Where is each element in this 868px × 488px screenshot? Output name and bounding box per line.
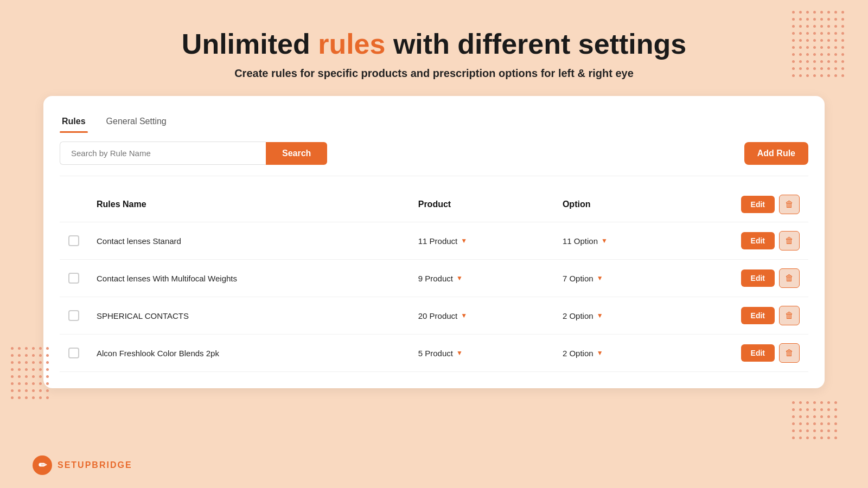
row-delete-button[interactable]: 🗑 <box>779 306 800 325</box>
row-checkbox[interactable] <box>68 273 79 284</box>
main-card: Rules General Setting Search Add Rule Ru… <box>43 96 825 388</box>
row-option: 2 Option ▼ <box>554 297 698 335</box>
row-checkbox[interactable] <box>68 348 79 358</box>
row-checkbox-cell <box>60 260 88 297</box>
option-badge: 7 Option ▼ <box>563 274 603 283</box>
table-header-row: Rules Name Product Option Edit 🗑 <box>60 187 808 222</box>
trash-icon: 🗑 <box>785 348 794 358</box>
row-checkbox-cell <box>60 297 88 335</box>
title-part2: with different settings <box>385 28 686 60</box>
option-arrow-icon[interactable]: ▼ <box>601 237 608 245</box>
row-product: 20 Product ▼ <box>410 297 554 335</box>
row-name: Contact lenses Stanard <box>88 222 410 260</box>
trash-icon: 🗑 <box>785 236 794 246</box>
row-name: Alcon Freshlook Color Blends 2pk <box>88 335 410 372</box>
row-name: Contact lenses With Multifocal Weights <box>88 260 410 297</box>
row-checkbox[interactable] <box>68 235 79 246</box>
row-edit-button[interactable]: Edit <box>741 232 775 249</box>
product-arrow-icon[interactable]: ▼ <box>461 312 467 319</box>
product-arrow-icon[interactable]: ▼ <box>456 274 463 282</box>
product-badge: 9 Product ▼ <box>418 274 463 283</box>
col-header-option: Option <box>554 187 698 222</box>
trash-icon: 🗑 <box>785 200 794 209</box>
tab-bar: Rules General Setting <box>60 112 808 131</box>
option-arrow-icon[interactable]: ▼ <box>597 349 603 357</box>
product-badge: 11 Product ▼ <box>418 236 467 246</box>
row-actions: Edit 🗑 <box>698 222 808 260</box>
row-name: SPHERICAL CONTACTS <box>88 297 410 335</box>
table-row: Alcon Freshlook Color Blends 2pk 5 Produ… <box>60 335 808 372</box>
row-checkbox[interactable] <box>68 310 79 321</box>
add-rule-button[interactable]: Add Rule <box>744 142 808 165</box>
col-header-name: Rules Name <box>88 187 410 222</box>
row-edit-button[interactable]: Edit <box>741 269 775 287</box>
col-header-actions: Edit 🗑 <box>698 187 808 222</box>
dots-decoration-top-right: // Will be rendered inline <box>792 11 857 98</box>
row-delete-button[interactable]: 🗑 <box>779 268 800 288</box>
option-arrow-icon[interactable]: ▼ <box>597 312 603 319</box>
trash-icon: 🗑 <box>785 311 794 320</box>
tab-rules[interactable]: Rules <box>60 112 88 131</box>
row-option: 11 Option ▼ <box>554 222 698 260</box>
row-actions: Edit 🗑 <box>698 297 808 335</box>
footer: ✏ SETUPBRIDGE <box>33 455 132 475</box>
product-badge: 5 Product ▼ <box>418 349 463 358</box>
product-arrow-icon[interactable]: ▼ <box>461 237 467 245</box>
search-bar-group: Search <box>60 142 327 165</box>
brand-logo: ✏ <box>33 455 52 475</box>
option-badge: 2 Option ▼ <box>563 349 603 358</box>
dots-decoration-bottom-right <box>792 401 857 455</box>
header-edit-button[interactable]: Edit <box>741 196 775 213</box>
tab-general-setting[interactable]: General Setting <box>104 112 169 131</box>
title-part1: Unlimited <box>182 28 318 60</box>
brand-name: SETUPBRIDGE <box>58 460 132 470</box>
col-header-product: Product <box>410 187 554 222</box>
dots-decoration-bottom-left <box>11 347 65 423</box>
product-arrow-icon[interactable]: ▼ <box>456 349 463 357</box>
page-header: Unlimited rules with different settings … <box>0 0 868 96</box>
option-arrow-icon[interactable]: ▼ <box>597 274 603 282</box>
search-row: Search Add Rule <box>60 142 808 176</box>
row-product: 9 Product ▼ <box>410 260 554 297</box>
page-subtitle: Create rules for specific products and p… <box>11 67 857 80</box>
table-row: SPHERICAL CONTACTS 20 Product ▼ 2 Option… <box>60 297 808 335</box>
search-button[interactable]: Search <box>266 142 327 165</box>
row-product: 5 Product ▼ <box>410 335 554 372</box>
row-product: 11 Product ▼ <box>410 222 554 260</box>
row-delete-button[interactable]: 🗑 <box>779 231 800 251</box>
table-row: Contact lenses With Multifocal Weights 9… <box>60 260 808 297</box>
trash-icon: 🗑 <box>785 273 794 283</box>
header-delete-button[interactable]: 🗑 <box>779 195 800 214</box>
row-checkbox-cell <box>60 222 88 260</box>
table-row: Contact lenses Stanard 11 Product ▼ 11 O… <box>60 222 808 260</box>
page-title: Unlimited rules with different settings <box>11 27 857 61</box>
col-header-check <box>60 187 88 222</box>
row-delete-button[interactable]: 🗑 <box>779 343 800 363</box>
option-badge: 11 Option ▼ <box>563 236 608 246</box>
search-input[interactable] <box>60 142 266 165</box>
row-actions: Edit 🗑 <box>698 260 808 297</box>
rules-table: Rules Name Product Option Edit 🗑 <box>60 187 808 372</box>
option-badge: 2 Option ▼ <box>563 311 603 320</box>
row-option: 2 Option ▼ <box>554 335 698 372</box>
row-actions: Edit 🗑 <box>698 335 808 372</box>
product-badge: 20 Product ▼ <box>418 311 467 320</box>
row-edit-button[interactable]: Edit <box>741 344 775 362</box>
row-edit-button[interactable]: Edit <box>741 307 775 324</box>
row-option: 7 Option ▼ <box>554 260 698 297</box>
title-highlight: rules <box>318 28 385 60</box>
